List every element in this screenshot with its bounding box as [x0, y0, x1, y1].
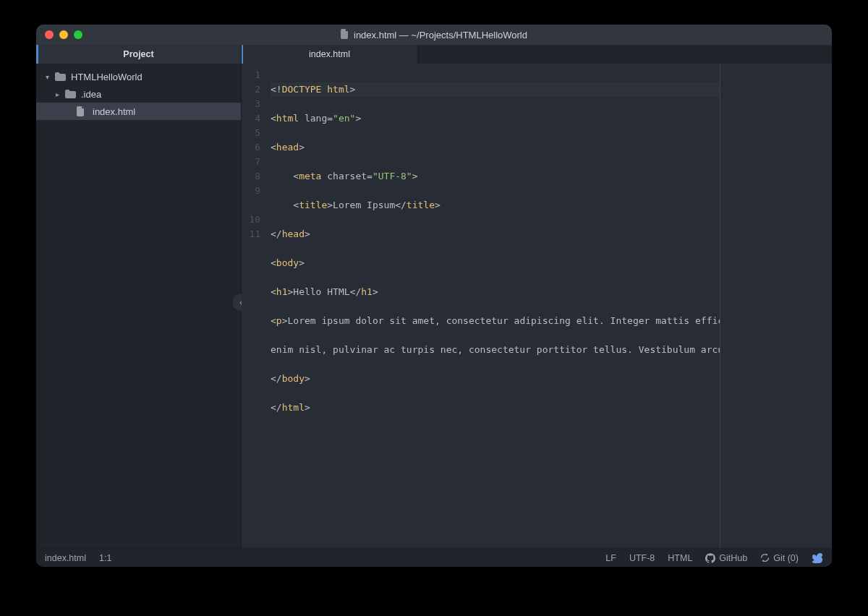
- editor-gutter[interactable]: 1 2 3 4 5 6 7 8 9 · 10 11: [242, 64, 265, 548]
- folder-icon: [65, 90, 77, 98]
- file-icon: [341, 29, 349, 41]
- gutter-line[interactable]: 1: [242, 68, 260, 82]
- status-encoding[interactable]: UTF-8: [629, 553, 655, 563]
- code-line: <meta charset="UTF-8">: [271, 169, 720, 184]
- code-line: </html>: [271, 401, 720, 415]
- tree-node-idea[interactable]: ▸ .idea: [36, 85, 241, 103]
- gutter-line[interactable]: 2: [242, 82, 260, 97]
- editor-area[interactable]: 1 2 3 4 5 6 7 8 9 · 10 11 <!DOCTYPE html…: [242, 64, 832, 548]
- status-line-separator[interactable]: LF: [605, 553, 616, 563]
- folder-icon: [55, 72, 67, 81]
- window-title: index.html — ~/Projects/HTMLHelloWorld: [36, 29, 832, 41]
- status-right: LF UTF-8 HTML GitHub Git (0): [605, 552, 823, 564]
- project-tool-label: Project: [123, 49, 153, 59]
- gutter-line[interactable]: 5: [242, 126, 260, 140]
- sync-icon: [760, 553, 770, 562]
- status-bar: index.html 1:1 LF UTF-8 HTML GitHub Git …: [36, 548, 832, 567]
- editor-tabs: index.html: [242, 45, 832, 64]
- tree-node-root[interactable]: ▾ HTMLHelloWorld: [36, 68, 241, 85]
- code-line: <!DOCTYPE html>: [271, 82, 720, 97]
- status-git[interactable]: Git (0): [760, 553, 799, 563]
- maximize-window-button[interactable]: [74, 30, 82, 39]
- code-line: <html lang="en">: [271, 111, 720, 126]
- gutter-line[interactable]: 8: [242, 169, 260, 184]
- editor-pane: index.html 1 2 3 4 5 6 7 8 9 · 10 11: [242, 45, 832, 548]
- minimize-window-button[interactable]: [59, 30, 68, 39]
- code-line: </head>: [271, 227, 720, 241]
- ide-window: index.html — ~/Projects/HTMLHelloWorld P…: [36, 25, 832, 567]
- gutter-line[interactable]: 10: [242, 213, 260, 227]
- tab-index-html[interactable]: index.html: [242, 45, 418, 64]
- status-git-label: Git (0): [773, 553, 799, 563]
- code-line: <title>Lorem Ipsum</title>: [271, 198, 720, 213]
- tree-node-label: index.html: [93, 106, 135, 117]
- gutter-line[interactable]: 6: [242, 140, 260, 155]
- status-github-label: GitHub: [719, 553, 747, 563]
- status-left: index.html 1:1: [45, 553, 111, 563]
- project-tool-header[interactable]: Project: [36, 45, 241, 64]
- code-line: </body>: [271, 372, 720, 386]
- titlebar[interactable]: index.html — ~/Projects/HTMLHelloWorld: [36, 25, 832, 45]
- status-github[interactable]: GitHub: [705, 553, 747, 563]
- gutter-line[interactable]: 3: [242, 97, 260, 111]
- status-caret-position[interactable]: 1:1: [99, 553, 111, 563]
- tree-node-label: .idea: [81, 89, 101, 100]
- code-editor[interactable]: <!DOCTYPE html> <html lang="en"> <head> …: [265, 64, 720, 548]
- squirrel-icon[interactable]: [812, 552, 823, 564]
- gutter-line[interactable]: 9: [242, 184, 260, 198]
- gutter-line[interactable]: 11: [242, 227, 260, 241]
- gutter-line[interactable]: 7: [242, 155, 260, 169]
- window-controls: [45, 30, 82, 39]
- status-language[interactable]: HTML: [668, 553, 692, 563]
- gutter-line[interactable]: 4: [242, 111, 260, 126]
- code-line: <p>Lorem ipsum dolor sit amet, consectet…: [271, 314, 720, 328]
- file-icon: [77, 106, 88, 116]
- close-window-button[interactable]: [45, 30, 54, 39]
- code-line: <h1>Hello HTML</h1>: [271, 285, 720, 299]
- tab-strip[interactable]: [418, 45, 832, 64]
- tab-label: index.html: [309, 49, 350, 59]
- code-line: <head>: [271, 140, 720, 155]
- project-sidebar: Project ▾ HTMLHelloWorld ▸ .idea: [36, 45, 242, 548]
- project-tree: ▾ HTMLHelloWorld ▸ .idea: [36, 64, 241, 120]
- tree-node-label: HTMLHelloWorld: [71, 72, 142, 82]
- editor-right-margin: [720, 64, 832, 548]
- code-line: enim nisl, pulvinar ac turpis nec, conse…: [271, 343, 720, 357]
- ide-body: Project ▾ HTMLHelloWorld ▸ .idea: [36, 45, 832, 548]
- code-line: <body>: [271, 256, 720, 270]
- github-icon: [705, 553, 715, 563]
- chevron-right-icon[interactable]: ▸: [54, 90, 61, 98]
- gutter-line[interactable]: ·: [242, 198, 260, 213]
- tree-node-index-html[interactable]: index.html: [36, 103, 241, 120]
- window-title-text: index.html — ~/Projects/HTMLHelloWorld: [354, 30, 527, 40]
- chevron-down-icon[interactable]: ▾: [43, 73, 51, 81]
- status-file[interactable]: index.html: [45, 553, 86, 563]
